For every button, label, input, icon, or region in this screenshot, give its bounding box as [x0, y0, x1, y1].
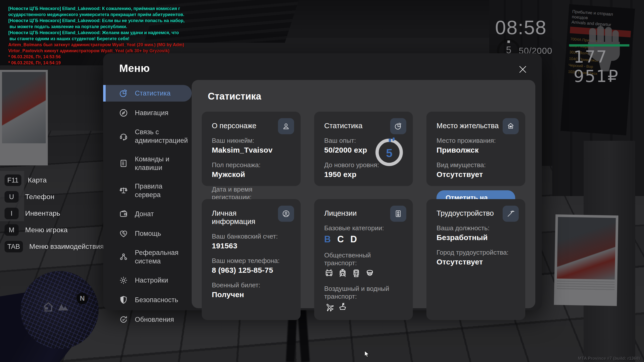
- residence-value: Приволжск: [436, 146, 515, 154]
- train-icon: [351, 268, 361, 278]
- card-stats: Статистика Ваш опыт: 50/2000 exp До ново…: [314, 112, 413, 186]
- sidebar-item-admin-contact[interactable]: Связь с администрацией: [103, 124, 192, 148]
- scales-icon: [119, 186, 128, 195]
- hotkey-phone: U Телефон: [5, 191, 104, 203]
- key-badge: M: [5, 224, 19, 236]
- heart-handshake-icon: [119, 229, 128, 238]
- hotkey-interaction-menu: TAB Меню взаимодействия: [5, 241, 104, 252]
- compass-badge: N: [76, 293, 88, 304]
- menu-sidebar: Статистика Навигация Связь с администрац…: [103, 85, 192, 328]
- shield-icon: [119, 295, 128, 305]
- category-c: C: [337, 234, 344, 245]
- property-value: Отсутствует: [436, 170, 515, 179]
- card-personal-info: Личная информация Ваш банковский счет: 1…: [202, 199, 301, 320]
- chat-line: [Новости ЦГБ Невского] Elland_Lakewood: …: [8, 18, 185, 24]
- money-bar: [569, 44, 629, 47]
- stats-cards: О персонаже Ваш никнейм: Maksim_Tvaisov …: [202, 112, 525, 320]
- house-icon: [506, 122, 515, 130]
- close-button[interactable]: [517, 63, 529, 75]
- house-icon: [42, 301, 55, 314]
- menu-content: Статистика О персонаже Ваш никнейм: Maks…: [192, 80, 535, 308]
- pie-chart-icon: [119, 88, 128, 98]
- chat-line: Artem_Bolmans был заткнут администраторо…: [8, 42, 185, 48]
- air-water-licenses: [324, 302, 403, 311]
- chat-line: вы станете одним из наших студентов! Бер…: [8, 36, 185, 42]
- plane-icon: [322, 300, 336, 313]
- gender-value: Мужской: [212, 170, 291, 179]
- sidebar-item-donate[interactable]: Донат: [103, 206, 192, 222]
- person-icon: [282, 122, 290, 130]
- compass-icon: [119, 108, 128, 118]
- game-screen: Прибытие и отправл поездов Arrivals and …: [0, 0, 644, 362]
- card-job: Трудоустройство Ваша должность: Безработ…: [426, 199, 525, 320]
- bank-account-value: 191563: [212, 242, 291, 250]
- captain-cap-icon: [365, 268, 375, 278]
- update-icon: [119, 315, 128, 324]
- pie-chart-icon: [394, 122, 403, 130]
- menu-title: Меню: [119, 62, 150, 74]
- key-badge: I: [5, 208, 19, 219]
- chat-line: вы можете подать заявление на портале ре…: [8, 24, 185, 30]
- nickname-value: Maksim_Tvaisov: [212, 146, 291, 154]
- sidebar-item-referral[interactable]: Реферальная система: [103, 245, 192, 269]
- network-icon: [119, 252, 128, 262]
- level-number: 5: [374, 146, 405, 160]
- mouse-cursor: [364, 351, 370, 358]
- tram-icon: [338, 268, 347, 278]
- key-badge: U: [5, 191, 19, 203]
- hotkey-inventory: I Инвентарь: [5, 208, 104, 219]
- card-licenses: Лицензии Базовые категории: B C D Общест…: [314, 199, 413, 320]
- mountains-icon: [56, 301, 71, 314]
- close-icon: [518, 65, 528, 74]
- chat-line: [Новости ЦГБ Невского] Elland_Lakewood: …: [8, 6, 185, 12]
- hotkey-hints: F11 Карта U Телефон I Инвентарь M Меню и…: [5, 174, 104, 257]
- sidebar-item-help[interactable]: Помощь: [103, 225, 192, 242]
- gear-icon: [119, 276, 128, 285]
- build-version: MTA Province #7 (build: r1368): [578, 356, 640, 361]
- hotkey-map: F11 Карта: [5, 174, 104, 186]
- hud-money: 177 951₽: [574, 47, 634, 86]
- level-progress-ring: 5: [374, 137, 405, 168]
- sidebar-item-statistics[interactable]: Статистика: [103, 85, 192, 102]
- card-character: О персонаже Ваш никнейм: Maksim_Tvaisov …: [202, 112, 301, 186]
- headset-icon: [119, 131, 128, 141]
- key-badge: F11: [5, 174, 21, 186]
- chat-line: осударственного медицинского университет…: [8, 12, 185, 18]
- menu-window: Меню Статистика Навигация Связь с админи…: [103, 53, 542, 310]
- next-level-value: 1950 exp: [324, 170, 403, 179]
- sidebar-item-updates[interactable]: Обновления: [103, 311, 192, 328]
- chat-line: [Новости ЦГБ Невского] Elland_Lakewood: …: [8, 30, 185, 36]
- minimap-placeholder-icons: [42, 301, 71, 314]
- license-categories: B C D: [324, 234, 403, 245]
- sidebar-item-commands[interactable]: Команды и клавиши: [103, 151, 192, 175]
- military-ticket-value: Получен: [212, 290, 291, 299]
- category-d: D: [350, 234, 357, 245]
- minimap: [21, 271, 99, 349]
- pickaxe-icon: [506, 209, 515, 218]
- chat-line: Virtor_Pavlovich кикнут администратором …: [8, 48, 185, 54]
- sidebar-item-security[interactable]: Безопасность: [103, 292, 192, 308]
- phone-value: 8 (963) 125-85-75: [212, 266, 291, 275]
- job-position-value: Безработный: [436, 233, 515, 242]
- hud-clock: 08:58: [495, 16, 550, 39]
- sidebar-item-navigation[interactable]: Навигация: [103, 105, 192, 121]
- hotkey-player-menu: M Меню игрока: [5, 224, 104, 236]
- job-city-value: Отсутствует: [436, 258, 515, 266]
- card-residence: Место жительства Место проживания: Приво…: [426, 112, 525, 186]
- category-b: B: [324, 234, 331, 245]
- commands-icon: [119, 159, 128, 168]
- public-transport-licenses: [324, 268, 403, 278]
- id-card-icon: [394, 209, 403, 218]
- wallet-icon: [119, 209, 128, 219]
- section-title: Статистика: [208, 91, 261, 102]
- ship-icon: [338, 302, 347, 311]
- user-circle-icon: [282, 209, 290, 218]
- sidebar-item-server-rules[interactable]: Правила сервера: [103, 178, 192, 203]
- key-badge: TAB: [5, 241, 23, 252]
- trolleybus-icon: [324, 268, 334, 278]
- sidebar-item-settings[interactable]: Настройки: [103, 272, 192, 289]
